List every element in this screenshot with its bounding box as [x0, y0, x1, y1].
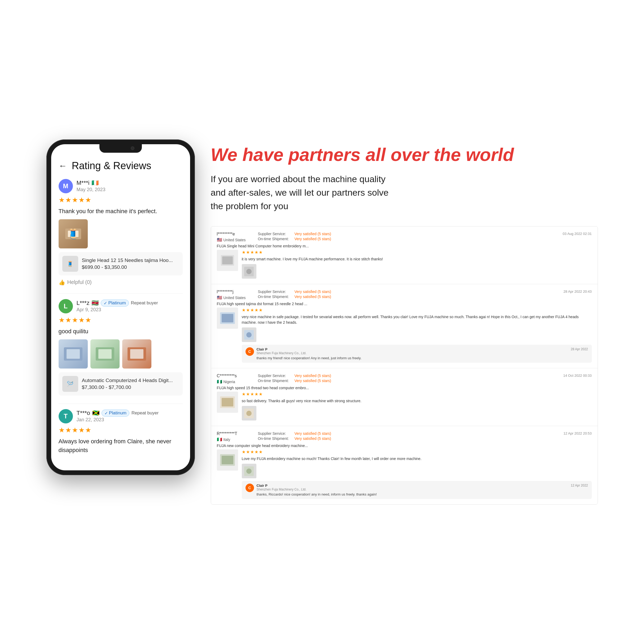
rli-text-4: Love my FUJA embroidery machine so much!…	[242, 456, 592, 462]
svg-point-12	[246, 269, 252, 274]
rli-product-name-2: FUJA high speed tajima dst format 15 nee…	[217, 302, 592, 306]
rli-country-2: 🇺🇸 United States	[217, 295, 254, 300]
rli-review-img-3[interactable]	[242, 406, 256, 420]
rli-country-name-2: United States	[224, 296, 246, 300]
rli-reply-avatar-4: C	[246, 484, 254, 492]
avatar-l: L	[59, 299, 73, 313]
rli-date-3: 14 Oct 2022 00:33	[563, 374, 592, 378]
rli-content-row-2: ★★★★★ very nice machine in safe package.…	[217, 308, 592, 363]
reviewer-info-3: T***o 🇯🇲 ✓ Platinum Repeat buyer Jan 22,…	[77, 410, 183, 423]
product-ref-card-1[interactable]: 🧵 Single Head 12 15 Needles tajima Hoo..…	[59, 252, 183, 275]
rli-country-4: 🇮🇹 Italy	[217, 437, 254, 442]
rli-service-row-3b: On-time Shipment: Very satisfied (5 star…	[258, 379, 559, 383]
reviewer-name-2: L***z	[77, 300, 90, 306]
review-images-1	[59, 219, 183, 248]
rli-service-row-3a: Supplier Service: Very satisfied (5 star…	[258, 374, 559, 378]
review-img-1a[interactable]	[59, 219, 88, 248]
review-text-3: Always love ordering from Claire, she ne…	[59, 437, 183, 454]
rli-body-2: ★★★★★ very nice machine in safe package.…	[242, 308, 592, 363]
rli-reply-date-2: 28 Apr 2022	[571, 347, 588, 351]
review-date-2: Apr 9, 2023	[77, 307, 183, 313]
rli-review-img-4[interactable]	[242, 464, 256, 478]
star2-5: ★	[85, 316, 91, 324]
check-icon-2: ✓	[104, 301, 107, 306]
product-ref-card-2[interactable]: 🪡 Automatic Computerized 4 Heads Digit..…	[59, 372, 183, 396]
rli-ontime-label-1: On-time Shipment:	[258, 237, 292, 241]
rli-country-name-4: Italy	[224, 437, 230, 442]
rli-service-label-3: Supplier Service:	[258, 374, 292, 378]
rli-ontime-label-4: On-time Shipment:	[258, 436, 292, 441]
rli-ontime-value-1: Very satisfied (5 stars)	[295, 237, 331, 241]
review-date-3: Jan 22, 2023	[77, 417, 183, 423]
phone-screen: ← Rating & Reviews M M***i 🇮🇪	[51, 144, 190, 470]
star3-5: ★	[85, 426, 91, 434]
rli-content-row-3: ★★★★★ so fast delivery. Thanks all guys!…	[217, 392, 592, 420]
rli-body-3: ★★★★★ so fast delivery. Thanks all guys!…	[242, 392, 592, 420]
rli-stars-4: ★★★★★	[242, 449, 592, 454]
rli-stars-3: ★★★★★	[242, 392, 592, 397]
rli-review-img-2[interactable]	[242, 327, 256, 342]
svg-point-20	[246, 411, 252, 416]
rli-date-1: 03 Aug 2022 02:31	[563, 232, 592, 236]
rli-product-img-4	[217, 449, 238, 471]
back-arrow-icon[interactable]: ←	[59, 161, 67, 170]
review-img-2c[interactable]	[122, 339, 151, 369]
rli-user-1: l*********e 🇺🇸 United States	[217, 232, 254, 242]
rli-username-3: C*********s	[217, 374, 254, 378]
rli-ontime-label-3: On-time Shipment:	[258, 379, 292, 383]
avatar-m: M	[59, 179, 73, 193]
rli-flag-3: 🇳🇬	[217, 379, 222, 384]
reviewer-name-1: M***i	[77, 179, 90, 186]
reviewer-row-3: T T***o 🇯🇲 ✓ Platinum Repeat buyer	[59, 409, 183, 423]
svg-rect-4	[67, 349, 80, 359]
review-img-2a[interactable]	[59, 339, 88, 369]
avatar-t: T	[59, 409, 73, 423]
star3-4: ★	[78, 426, 85, 434]
rli-reply-text-2: thanks my friend! nice cooperation! Any …	[257, 356, 588, 360]
helpful-label-1: Helpful (0)	[67, 279, 92, 285]
rli-user-4: R*********T 🇮🇹 Italy	[217, 431, 254, 442]
partner-subtext: If you are worried about the machine qua…	[211, 172, 396, 213]
rli-service-col-3: Supplier Service: Very satisfied (5 star…	[254, 374, 563, 384]
check-icon-3: ✓	[104, 411, 108, 416]
review-title: Rating & Reviews	[72, 160, 151, 172]
rli-service-value-3: Very satisfied (5 stars)	[295, 374, 331, 378]
phone-mockup: ← Rating & Reviews M M***i 🇮🇪	[46, 139, 195, 475]
review-card-3: T T***o 🇯🇲 ✓ Platinum Repeat buyer	[59, 409, 183, 454]
rli-review-img-1[interactable]	[242, 264, 256, 279]
rli-service-row-2a: Supplier Service: Very satisfied (5 star…	[258, 290, 560, 294]
rli-product-img-1	[217, 250, 238, 271]
platinum-badge-3: ✓ Platinum	[102, 410, 129, 417]
reviewer-info-1: M***i 🇮🇪 May 20, 2023	[77, 179, 183, 192]
rli-reply-date-4: 12 Apr 2022	[571, 484, 588, 487]
rli-reply-company-4: Shenzhen Fuja Machinery Co., Ltd.	[257, 488, 306, 491]
page-container: ← Rating & Reviews M M***i 🇮🇪	[30, 118, 614, 526]
reviewer-name-3: T***o	[77, 410, 90, 417]
star3: ★	[72, 196, 78, 204]
repeat-buyer-badge-3: Repeat buyer	[132, 410, 159, 416]
rli-reply-name-4: Clair P	[257, 484, 306, 488]
rli-service-col-1: Supplier Service: Very satisfied (5 star…	[254, 232, 563, 242]
svg-point-24	[246, 468, 252, 474]
svg-rect-1	[68, 231, 78, 237]
rli-service-value-2: Very satisfied (5 stars)	[295, 290, 331, 294]
rli-product-name-1: FUJA Single head Mini Computer home embr…	[217, 244, 592, 248]
rli-service-row-4b: On-time Shipment: Very satisfied (5 star…	[258, 436, 560, 441]
reviewer-name-row-1: M***i 🇮🇪	[77, 179, 183, 186]
rli-ontime-value-4: Very satisfied (5 stars)	[295, 436, 331, 441]
phone-screen-inner: ← Rating & Reviews M M***i 🇮🇪	[51, 144, 190, 470]
flag-ie: 🇮🇪	[91, 179, 99, 186]
svg-rect-22	[222, 456, 233, 464]
star3-1: ★	[59, 426, 65, 434]
rli-product-img-2	[217, 308, 238, 329]
product-ref-price-1: $699.00 - $3,350.00	[82, 264, 179, 270]
product-ref-img-1: 🧵	[62, 256, 78, 272]
review-img-2b[interactable]	[90, 339, 120, 369]
rli-content-row-1: ★★★★★ it is very smart machine. I love m…	[217, 250, 592, 279]
review-date-1: May 20, 2023	[77, 187, 183, 192]
helpful-row-1[interactable]: 👍 Helpful (0)	[59, 279, 183, 286]
rli-header-1: l*********e 🇺🇸 United States Supplier Se…	[217, 232, 592, 242]
rli-text-2: very nice machine in safe package. I tes…	[242, 314, 592, 325]
rli-reply-4: C Clair P Shenzhen Fuja Machinery Co., L…	[242, 481, 592, 499]
rli-flag-1: 🇺🇸	[217, 237, 222, 242]
